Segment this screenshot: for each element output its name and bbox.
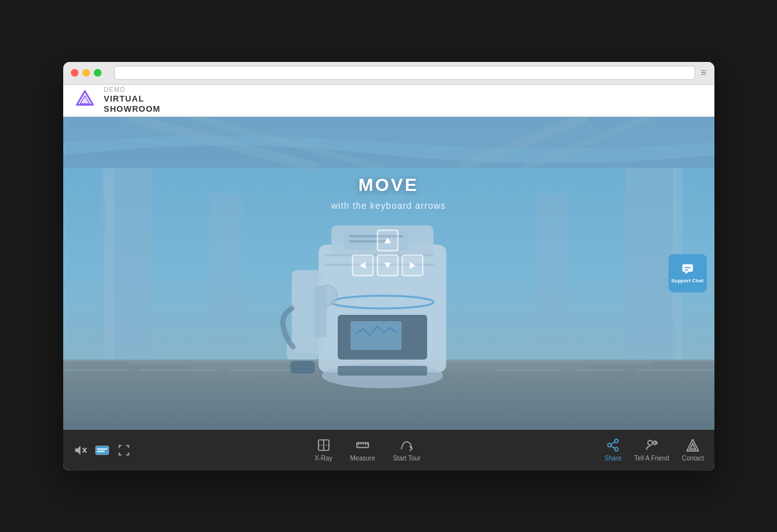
move-title: MOVE [331, 175, 446, 195]
svg-point-68 [615, 448, 619, 452]
svg-point-71 [647, 441, 652, 445]
svg-rect-31 [351, 321, 402, 350]
svg-point-67 [608, 443, 612, 447]
visard-logo-icon [73, 89, 96, 112]
measure-button[interactable]: Measure [351, 438, 375, 462]
app-header: DEMO VIRTUAL SHOWROOM [63, 85, 714, 117]
measure-icon [356, 438, 370, 452]
arrow-keys-display [331, 230, 446, 278]
fullscreen-icon [117, 443, 131, 457]
viewport: MOVE with the keyboard arrows [63, 117, 714, 430]
minimize-button[interactable] [82, 69, 90, 77]
start-tour-button[interactable]: Start Tour [393, 438, 420, 462]
tell-friend-button[interactable]: Tell A Friend [635, 438, 669, 462]
svg-point-66 [615, 439, 619, 443]
start-tour-label: Start Tour [393, 455, 420, 462]
arrow-right-key[interactable] [402, 255, 423, 277]
svg-rect-42 [290, 361, 315, 374]
svg-rect-55 [96, 448, 107, 450]
share-button[interactable]: Share [605, 438, 622, 462]
arrow-left-key[interactable] [352, 255, 373, 277]
title-virtual: VIRTUAL [104, 94, 161, 104]
move-subtitle: with the keyboard arrows [331, 201, 446, 211]
xray-label: X-Ray [315, 455, 333, 462]
svg-marker-51 [75, 445, 80, 455]
fullscreen-button[interactable] [117, 443, 131, 457]
traffic-lights [71, 69, 102, 77]
logo-text: DEMO VIRTUAL SHOWROOM [104, 86, 161, 114]
toolbar-right: Share Tell A Friend [605, 438, 704, 462]
svg-rect-49 [684, 267, 690, 268]
center-instructions: MOVE with the keyboard arrows [331, 175, 446, 278]
svg-marker-45 [360, 262, 366, 269]
mute-button[interactable] [73, 443, 87, 457]
share-label: Share [605, 455, 622, 462]
logo-area: DEMO VIRTUAL SHOWROOM [73, 86, 161, 114]
contact-label: Contact [682, 455, 704, 462]
arrow-down-key[interactable] [377, 255, 398, 277]
contact-button[interactable]: Contact [682, 438, 704, 462]
support-chat-button[interactable]: Support Chat [668, 254, 707, 293]
xray-button[interactable]: X-Ray [315, 438, 333, 462]
svg-rect-54 [95, 446, 109, 455]
tell-friend-label: Tell A Friend [635, 455, 669, 462]
svg-rect-43 [314, 286, 327, 337]
bottom-toolbar: X-Ray Measure [63, 430, 714, 471]
contact-icon [686, 438, 700, 452]
svg-line-69 [611, 446, 615, 448]
chat-icon [681, 262, 695, 276]
arrow-up-key[interactable] [377, 230, 398, 252]
maximize-button[interactable] [94, 69, 102, 77]
share-icon [606, 438, 620, 452]
svg-rect-56 [96, 450, 104, 452]
demo-label: DEMO [104, 86, 161, 94]
friend-icon [645, 438, 659, 452]
xray-icon [317, 438, 331, 452]
svg-marker-47 [410, 262, 416, 269]
svg-rect-50 [684, 270, 688, 271]
browser-titlebar: ≡ [63, 62, 714, 85]
support-chat-label: Support Chat [671, 278, 704, 284]
tour-icon [400, 438, 414, 452]
title-showroom: SHOWROOM [104, 104, 161, 114]
browser-menu-icon[interactable]: ≡ [700, 67, 706, 79]
svg-line-70 [611, 442, 615, 445]
toolbar-left [73, 443, 131, 457]
measure-label: Measure [351, 455, 375, 462]
toolbar-center: X-Ray Measure [131, 438, 605, 462]
svg-marker-46 [384, 262, 391, 268]
close-button[interactable] [71, 69, 79, 77]
svg-marker-44 [384, 238, 391, 243]
address-bar[interactable] [114, 66, 696, 80]
app-content: DEMO VIRTUAL SHOWROOM [63, 85, 714, 471]
browser-window: ≡ DEMO VIRTUAL SHOWROOM [63, 62, 714, 471]
svg-rect-37 [338, 366, 427, 376]
subtitles-icon [95, 443, 109, 457]
mute-icon [73, 443, 87, 457]
subtitles-button[interactable] [95, 443, 109, 457]
